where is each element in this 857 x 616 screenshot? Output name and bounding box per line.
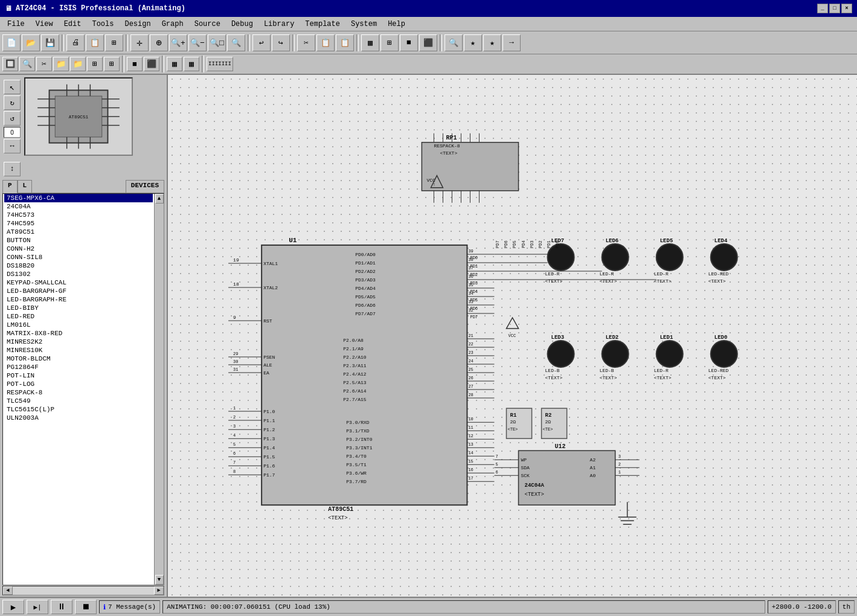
status-bar: ▶ ▶| ⏸ ⏹ ℹ 7 Message(s) ANIMATING: 00:00… xyxy=(0,597,857,616)
device-item-16[interactable]: MATRIX-8X8-RED xyxy=(4,329,153,338)
device-item-3[interactable]: 74HC595 xyxy=(4,219,153,228)
device-item-7[interactable]: CONN-SIL8 xyxy=(4,253,153,261)
t2-btn8[interactable]: ■ xyxy=(127,57,143,71)
tool-rotate-cw[interactable]: ↻ xyxy=(4,95,21,110)
minimize-btn[interactable]: _ xyxy=(817,4,828,13)
device-item-8[interactable]: DS18B20 xyxy=(4,261,153,270)
menu-graph[interactable]: Graph xyxy=(157,19,188,30)
paste-btn[interactable]: 📋 xyxy=(336,34,354,51)
svg-text:XTAL2: XTAL2 xyxy=(263,285,278,290)
copy-btn[interactable]: 📋 xyxy=(316,34,335,51)
svg-text:33: 33 xyxy=(468,300,473,304)
device-item-13[interactable]: LED-BIBY xyxy=(4,304,153,312)
new-btn[interactable]: 📄 xyxy=(2,34,21,51)
step-button[interactable]: ▶| xyxy=(27,600,48,614)
device-item-14[interactable]: LED-RED xyxy=(4,312,153,321)
redo-btn[interactable]: ↪ xyxy=(272,34,290,51)
menu-edit[interactable]: Edit xyxy=(59,19,86,30)
device-item-5[interactable]: BUTTON xyxy=(4,236,153,245)
device-item-18[interactable]: MINRES10K xyxy=(4,346,153,355)
open-btn[interactable]: 📂 xyxy=(22,34,40,51)
zoom-fit-btn[interactable]: 🔍 xyxy=(227,34,245,51)
t2-btn4[interactable]: 📁 xyxy=(53,57,69,71)
device-item-26[interactable]: ULN2003A xyxy=(4,414,153,422)
stop-button[interactable]: ⏹ xyxy=(75,600,97,614)
rotation-input[interactable] xyxy=(4,127,21,138)
pause-button[interactable]: ⏸ xyxy=(51,600,72,614)
menu-library[interactable]: Library xyxy=(259,19,299,30)
undo-btn[interactable]: ↩ xyxy=(252,34,271,51)
device-item-25[interactable]: TLC5615C(L)P xyxy=(4,405,153,414)
device-item-15[interactable]: LM016L xyxy=(4,321,153,329)
zoom-out-btn[interactable]: 🔍− xyxy=(188,34,207,51)
device-list[interactable]: 7SEG-MPX6-CA24C04A74HC57374HC595AT89C51B… xyxy=(4,194,153,585)
block-btn[interactable]: ▦ xyxy=(361,34,379,51)
menu-file[interactable]: File xyxy=(2,19,30,30)
cut-btn[interactable]: ✂ xyxy=(297,34,315,51)
grid-btn[interactable]: ⊞ xyxy=(105,34,123,51)
device-scrollbar[interactable]: ▲ ▼ xyxy=(154,194,164,585)
t2-btn6[interactable]: ⊞ xyxy=(87,57,103,71)
device-item-24[interactable]: TLC549 xyxy=(4,397,153,405)
menu-source[interactable]: Source xyxy=(190,19,225,30)
device-item-6[interactable]: CONN-H2 xyxy=(4,245,153,253)
tool-rotate-ccw[interactable]: ↺ xyxy=(4,111,21,126)
device-item-11[interactable]: LED-BARGRAPH-GF xyxy=(4,287,153,295)
menu-template[interactable]: Template xyxy=(300,19,345,30)
star1-btn[interactable]: ★ xyxy=(464,34,482,51)
clip-btn[interactable]: 📋 xyxy=(86,34,104,51)
close-btn[interactable]: × xyxy=(841,4,852,13)
zoom-area-btn[interactable]: 🔍□ xyxy=(208,34,226,51)
device-item-4[interactable]: AT89C51 xyxy=(4,228,153,236)
square-btn[interactable]: ■ xyxy=(400,34,418,51)
t2-btn12[interactable]: IIIIIII xyxy=(207,57,233,71)
save-btn[interactable]: 💾 xyxy=(41,34,59,51)
tab-p[interactable]: P xyxy=(2,180,18,193)
t2-btn5[interactable]: 📁 xyxy=(70,57,86,71)
play-button[interactable]: ▶ xyxy=(2,600,24,614)
device-item-0[interactable]: 7SEG-MPX6-CA xyxy=(4,194,153,202)
units-text: th xyxy=(843,603,850,611)
t2-btn9[interactable]: ⬛ xyxy=(144,57,159,71)
canvas-area[interactable]: RP1 RESPACK-8 <TEXT> VCC ! xyxy=(168,75,857,597)
crosshair-btn[interactable]: ✛ xyxy=(130,34,149,51)
maximize-btn[interactable]: □ xyxy=(829,4,840,13)
h-scrollbar[interactable]: ◄ ► xyxy=(2,586,164,595)
t2-btn3[interactable]: ✂ xyxy=(36,57,52,71)
device-item-21[interactable]: POT-LIN xyxy=(4,371,153,380)
black-btn[interactable]: ⬛ xyxy=(419,34,437,51)
device-item-23[interactable]: RESPACK-8 xyxy=(4,388,153,397)
tool-mirror-v[interactable]: ↕ xyxy=(4,162,21,176)
device-item-1[interactable]: 24C04A xyxy=(4,202,153,211)
device-item-20[interactable]: PG12864F xyxy=(4,363,153,371)
search-btn[interactable]: 🔍 xyxy=(445,34,463,51)
zoom-in-btn[interactable]: 🔍+ xyxy=(169,34,187,51)
menu-design[interactable]: Design xyxy=(120,19,155,30)
t2-btn1[interactable]: 🔲 xyxy=(2,57,18,71)
menu-tools[interactable]: Tools xyxy=(87,19,118,30)
device-item-19[interactable]: MOTOR-BLDCM xyxy=(4,355,153,363)
menu-view[interactable]: View xyxy=(31,19,58,30)
move-btn[interactable]: ⊕ xyxy=(150,34,168,51)
menu-help[interactable]: Help xyxy=(383,19,410,30)
device-item-10[interactable]: KEYPAD-SMALLCAL xyxy=(4,278,153,287)
tool-mirror-h[interactable]: ↔ xyxy=(4,139,21,153)
tool-select[interactable]: ↖ xyxy=(4,80,21,94)
t2-btn7[interactable]: ⊞ xyxy=(104,57,120,71)
device-item-12[interactable]: LED-BARGRAPH-RE xyxy=(4,295,153,304)
tab-l[interactable]: L xyxy=(18,180,33,193)
svg-text:24: 24 xyxy=(468,359,473,364)
t2-btn10[interactable]: ▦ xyxy=(167,57,182,71)
chip-btn[interactable]: ⊞ xyxy=(380,34,399,51)
device-item-2[interactable]: 74HC573 xyxy=(4,211,153,219)
device-item-22[interactable]: POT-LOG xyxy=(4,380,153,388)
star2-btn[interactable]: ★ xyxy=(483,34,501,51)
print-btn[interactable]: 🖨 xyxy=(66,34,85,51)
menu-system[interactable]: System xyxy=(346,19,382,30)
t2-btn11[interactable]: ▦ xyxy=(184,57,199,71)
t2-btn2[interactable]: 🔍 xyxy=(19,57,35,71)
device-item-9[interactable]: DS1302 xyxy=(4,270,153,278)
device-item-17[interactable]: MINRES2K2 xyxy=(4,338,153,346)
menu-debug[interactable]: Debug xyxy=(226,19,258,30)
arrow-btn[interactable]: → xyxy=(502,34,521,51)
